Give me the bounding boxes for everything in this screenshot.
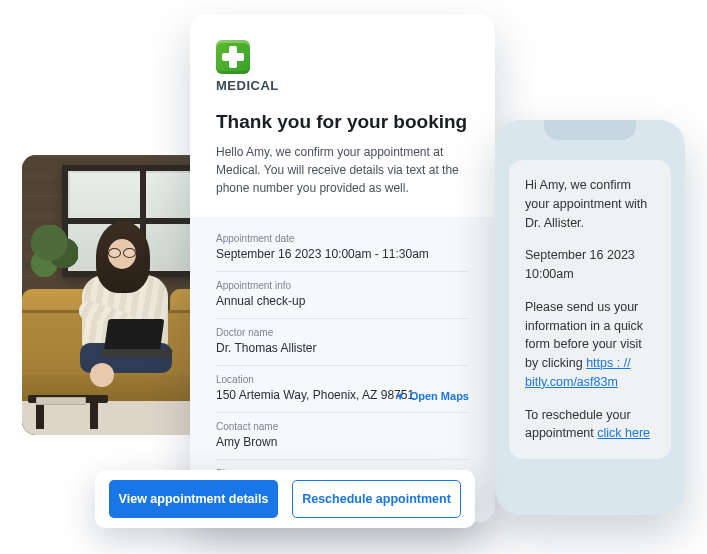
field-value: Dr. Thomas Allister <box>216 341 469 355</box>
page-title: Thank you for your booking <box>216 111 469 133</box>
view-appointment-details-button[interactable]: View appointment details <box>109 480 278 518</box>
confirmation-intro: Hello Amy, we confirm your appointment a… <box>216 143 469 197</box>
open-maps-label: Open Maps <box>410 390 469 402</box>
field-location: Location 150 Artemia Way, Phoenix, AZ 98… <box>216 366 469 413</box>
sms-reschedule-line: To reschedule your appointment click her… <box>525 406 655 444</box>
sms-reschedule-link[interactable]: click here <box>597 426 650 440</box>
brand-name: MEDICAL <box>216 78 279 93</box>
phone-notch <box>544 120 636 140</box>
phone-mockup: Hi Amy, we confirm your appointment with… <box>495 120 685 515</box>
field-label: Contact name <box>216 421 469 432</box>
open-maps-link[interactable]: Open Maps <box>394 390 469 402</box>
sms-greeting: Hi Amy, we confirm your appointment with… <box>525 176 655 232</box>
field-value: September 16 2023 10:00am - 11:30am <box>216 247 469 261</box>
medical-cross-icon <box>216 40 250 74</box>
location-arrow-icon <box>394 391 405 402</box>
sms-datetime: September 16 2023 10:00am <box>525 246 655 284</box>
field-value: Amy Brown <box>216 435 469 449</box>
booking-confirmation-card: MEDICAL Thank you for your booking Hello… <box>190 14 495 522</box>
field-label: Appointment date <box>216 233 469 244</box>
field-doctor-name: Doctor name Dr. Thomas Allister <box>216 319 469 366</box>
action-button-bar: View appointment details Reschedule appo… <box>95 470 475 528</box>
sms-bubble: Hi Amy, we confirm your appointment with… <box>509 160 671 459</box>
field-contact-name: Contact name Amy Brown <box>216 413 469 460</box>
field-appointment-date: Appointment date September 16 2023 10:00… <box>216 225 469 272</box>
field-label: Location <box>216 374 469 385</box>
sms-form-line: Please send us your information in a qui… <box>525 298 655 392</box>
field-label: Appointment info <box>216 280 469 291</box>
field-appointment-info: Appointment info Annual check-up <box>216 272 469 319</box>
field-value: Annual check-up <box>216 294 469 308</box>
field-label: Doctor name <box>216 327 469 338</box>
brand-logo: MEDICAL <box>216 40 469 93</box>
reschedule-appointment-button[interactable]: Reschedule appointment <box>292 480 461 518</box>
